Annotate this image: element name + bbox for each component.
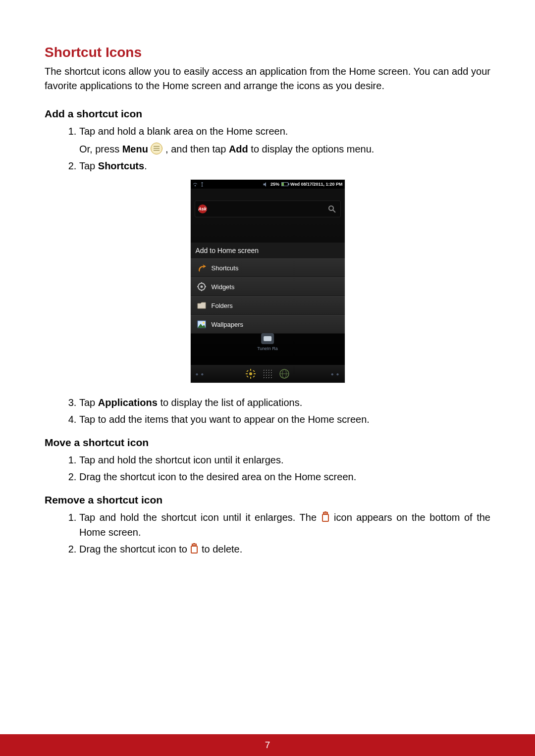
svg-line-3: [333, 210, 335, 212]
svg-point-12: [203, 322, 205, 324]
intro-text: The shortcut icons allow you to easily a…: [45, 64, 490, 93]
page-footer: 7: [0, 734, 535, 756]
search-input[interactable]: [210, 204, 323, 214]
battery-icon: [281, 182, 288, 186]
dialog-item-widgets[interactable]: Widgets: [191, 277, 345, 296]
svg-point-0: [194, 185, 196, 187]
svg-rect-18: [246, 370, 248, 372]
svg-rect-27: [324, 511, 326, 512]
home-app-tunein[interactable]: TuneIn Ra: [257, 333, 278, 351]
svg-rect-15: [250, 377, 251, 379]
trash-icon: [321, 511, 330, 522]
page-number: 7: [265, 740, 270, 751]
move-steps: Tap and hold the shortcut icon until it …: [45, 453, 490, 484]
add-heading: Add a shortcut icon: [45, 108, 490, 120]
text: to delete.: [199, 544, 242, 554]
svg-marker-1: [264, 182, 266, 187]
svg-rect-16: [246, 373, 248, 374]
device-screenshot: 25% Wed 08/17/2011, 1:20 PM Ask Add to H…: [190, 179, 345, 383]
remove-steps: Tap and hold the shortcut icon until it …: [45, 510, 490, 556]
text: Tap and hold the shortcut icon until it …: [79, 512, 321, 523]
text: to display the options menu.: [248, 144, 374, 154]
status-bar: 25% Wed 08/17/2011, 1:20 PM: [191, 180, 345, 189]
usb-icon: [200, 182, 205, 187]
folder-icon: [197, 301, 207, 310]
text: .: [144, 160, 147, 171]
svg-rect-19: [253, 375, 255, 377]
text: Or, press: [79, 144, 122, 154]
battery-pct: 25%: [270, 182, 279, 187]
move-step-1: Tap and hold the shortcut icon until it …: [79, 453, 490, 467]
shortcuts-bold: Shortcuts: [98, 160, 144, 171]
svg-rect-25: [322, 514, 328, 521]
page-indicator-right[interactable]: ● ●: [331, 371, 340, 377]
radio-icon: [261, 333, 274, 344]
menu-icon: [151, 143, 162, 154]
add-step-3: Tap Applications to display the list of …: [79, 395, 490, 410]
svg-point-5: [200, 286, 203, 288]
move-heading: Move a shortcut icon: [45, 437, 490, 449]
text: Tap and hold a blank area on the Home sc…: [79, 126, 288, 137]
text: to display the list of applications.: [158, 397, 302, 408]
add-to-home-dialog: Add to Home screen Shortcuts Widgets: [191, 243, 345, 334]
svg-rect-20: [246, 375, 248, 377]
text: Tap: [79, 397, 98, 408]
ask-badge: Ask: [198, 204, 207, 213]
wallpaper-icon: [197, 319, 207, 329]
device-screenshot-wrap: 25% Wed 08/17/2011, 1:20 PM Ask Add to H…: [45, 179, 490, 383]
svg-rect-21: [253, 370, 255, 372]
applications-bold: Applications: [98, 397, 158, 408]
text: , and then tap: [162, 144, 228, 154]
shortcut-icon: [197, 263, 207, 273]
dialog-item-wallpapers[interactable]: Wallpapers: [191, 315, 345, 334]
dialog-item-label: Shortcuts: [212, 264, 239, 272]
dialog-item-shortcuts[interactable]: Shortcuts: [191, 258, 345, 277]
remove-heading: Remove a shortcut icon: [45, 494, 490, 506]
page-title: Shortcut Icons: [45, 45, 490, 60]
dock-browser-button[interactable]: [279, 369, 289, 379]
trash-icon: [190, 543, 199, 554]
dock-apps-button[interactable]: [263, 369, 272, 379]
svg-rect-17: [254, 373, 256, 374]
dialog-title: Add to Home screen: [191, 243, 345, 258]
dock-settings-button[interactable]: [246, 369, 256, 379]
svg-rect-26: [323, 512, 327, 514]
globe-icon: [279, 369, 289, 379]
remove-step-2: Drag the shortcut icon to to delete.: [79, 542, 490, 556]
search-bar[interactable]: Ask: [195, 201, 341, 217]
dialog-item-label: Widgets: [212, 283, 235, 291]
gear-icon: [246, 369, 256, 379]
search-icon: [328, 205, 336, 213]
widget-icon: [197, 282, 207, 292]
svg-rect-28: [191, 546, 197, 553]
wifi-icon: [193, 182, 198, 187]
move-step-2: Drag the shortcut icon to the desired ar…: [79, 469, 490, 484]
menu-bold: Menu: [122, 144, 148, 154]
remove-step-1: Tap and hold the shortcut icon until it …: [79, 510, 490, 540]
svg-point-2: [329, 206, 333, 210]
svg-point-13: [249, 372, 252, 375]
text: Tap: [79, 160, 98, 171]
add-step-2: Tap Shortcuts.: [79, 158, 490, 173]
add-bold: Add: [229, 144, 248, 154]
svg-rect-30: [193, 543, 195, 544]
add-step-1: Tap and hold a blank area on the Home sc…: [79, 124, 490, 156]
add-steps-1-2: Tap and hold a blank area on the Home sc…: [45, 124, 490, 173]
add-step-4: Tap to add the items that you want to ap…: [79, 412, 490, 427]
dock: ● ● ● ●: [191, 365, 345, 383]
svg-rect-29: [192, 544, 196, 546]
dialog-item-folders[interactable]: Folders: [191, 296, 345, 315]
dialog-item-label: Folders: [212, 302, 233, 309]
page-indicator-left[interactable]: ● ●: [196, 371, 205, 377]
dialog-item-label: Wallpapers: [212, 321, 244, 328]
app-label: TuneIn Ra: [257, 346, 278, 351]
text: Drag the shortcut icon to: [79, 544, 190, 554]
status-datetime: Wed 08/17/2011, 1:20 PM: [290, 182, 342, 187]
svg-rect-14: [250, 369, 251, 371]
speaker-icon: [263, 182, 268, 187]
add-steps-3-4: Tap Applications to display the list of …: [45, 395, 490, 427]
search-button[interactable]: [326, 203, 337, 214]
